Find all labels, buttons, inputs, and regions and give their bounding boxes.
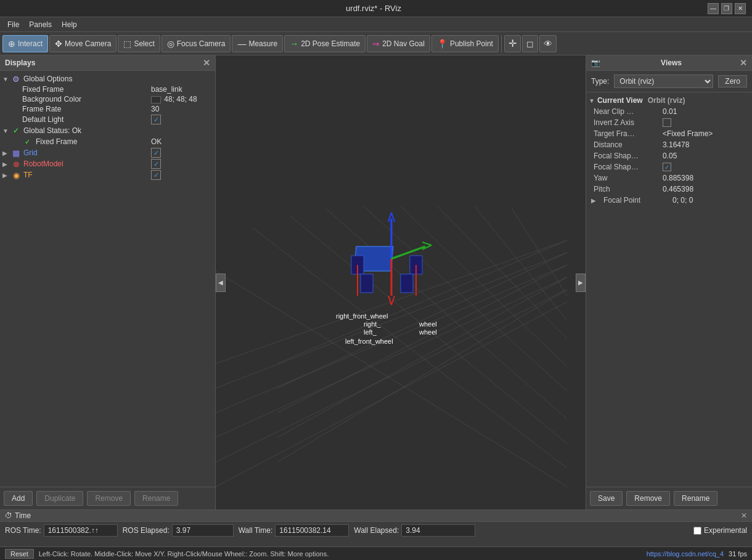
focal-point-row[interactable]: ▶ Focal Point 0; 0; 0 [586, 195, 752, 206]
focus-camera-button[interactable]: ◎ Focus Camera [161, 35, 231, 52]
frame-rate-value[interactable]: 30 [151, 105, 213, 113]
target-frame-row[interactable]: Target Fra… <Fixed Frame> [586, 128, 752, 139]
menu-file[interactable]: File [2, 19, 24, 30]
interact-button[interactable]: ⊕ Interact [2, 35, 48, 52]
global-status-fixed-frame[interactable]: ✓ Fixed Frame OK [0, 136, 215, 147]
pitch-row[interactable]: Pitch 0.465398 [586, 184, 752, 195]
restore-button[interactable]: ❐ [721, 3, 732, 14]
menu-help[interactable]: Help [57, 19, 82, 30]
focal-point-expand: ▶ [591, 197, 596, 204]
views-buttons: Save Remove Rename [586, 487, 752, 509]
measure-button[interactable]: — Measure [232, 35, 283, 52]
yaw-val[interactable]: 0.885398 [663, 174, 693, 182]
collapse-right-button[interactable]: ▶ [576, 274, 586, 292]
global-status-header[interactable]: ▼ ✓ Global Status: Ok [0, 125, 215, 136]
extra-button-2[interactable]: ◻ [522, 35, 538, 52]
fixed-frame-row[interactable]: Fixed Frame base_link [0, 84, 215, 94]
select-button[interactable]: ⬚ Select [118, 35, 160, 52]
add-button[interactable]: Add [4, 491, 33, 506]
2d-pose-button[interactable]: → 2D Pose Estimate [284, 35, 366, 52]
near-clip-val[interactable]: 0.01 [663, 107, 677, 116]
fixed-frame-value[interactable]: base_link [151, 85, 213, 94]
global-options-header[interactable]: ▼ ⚙ Global Options [0, 73, 215, 84]
menu-panels[interactable]: Panels [24, 19, 57, 30]
invert-z-checkbox[interactable] [663, 118, 671, 127]
grid-expand: ▶ [2, 150, 11, 156]
focal-shape1-key: Focal Shap… [589, 152, 663, 160]
extra-button-1[interactable]: ✛ [504, 35, 521, 52]
focal-shape1-val[interactable]: 0.05 [663, 152, 677, 160]
focal-shape1-row[interactable]: Focal Shap… 0.05 [586, 150, 752, 161]
viewport[interactable]: right_ left_ wheel wheel right_front_whe… [216, 55, 586, 509]
near-clip-row[interactable]: Near Clip … 0.01 [586, 106, 752, 117]
bg-color-value[interactable]: 48; 48; 48 [151, 95, 213, 103]
default-light-value [151, 115, 213, 124]
current-view-expand: ▼ [589, 97, 595, 104]
views-rename-button[interactable]: Rename [674, 491, 717, 506]
views-title-icon: 📷 [591, 59, 600, 67]
status-hint: Left-Click: Rotate. Middle-Click: Move X… [39, 550, 642, 558]
tf-checkbox[interactable] [151, 170, 161, 180]
2d-nav-button[interactable]: ⇒ 2D Nav Goal [367, 35, 430, 52]
focal-shape2-row[interactable]: Focal Shap… [586, 161, 752, 172]
experimental-checkbox[interactable] [693, 527, 701, 535]
default-light-checkbox[interactable] [151, 115, 161, 124]
views-remove-button[interactable]: Remove [626, 491, 670, 506]
robotmodel-row[interactable]: ▶ ⊗ RobotModel [0, 158, 215, 169]
svg-text:right_front_wheel: right_front_wheel [336, 312, 388, 320]
displays-buttons: Add Duplicate Remove Rename [0, 487, 215, 509]
status-link[interactable]: https://blog.csdn.net/cq_4 [647, 550, 724, 558]
robotmodel-expand: ▶ [2, 161, 11, 168]
views-type-select[interactable]: Orbit (rviz) [614, 75, 713, 88]
wall-elapsed-field: Wall Elapsed: [354, 524, 475, 537]
displays-empty-space [0, 282, 215, 487]
tf-expand: ▶ [2, 172, 11, 179]
views-zero-button[interactable]: Zero [718, 75, 747, 87]
move-camera-button[interactable]: ✥ Move Camera [49, 35, 116, 52]
views-save-button[interactable]: Save [590, 491, 623, 506]
yaw-row[interactable]: Yaw 0.885398 [586, 172, 752, 184]
time-close-button[interactable]: ✕ [741, 511, 747, 520]
default-light-row[interactable]: Default Light [0, 114, 215, 125]
grid-label: Grid [23, 148, 149, 157]
reset-button[interactable]: Reset [5, 549, 34, 559]
minimize-button[interactable]: — [708, 3, 719, 14]
ros-elapsed-input[interactable] [172, 524, 234, 537]
displays-close-button[interactable]: ✕ [203, 58, 210, 68]
remove-button[interactable]: Remove [87, 491, 131, 506]
grid-row[interactable]: ▶ ▦ Grid [0, 147, 215, 158]
interact-icon: ⊕ [8, 39, 15, 49]
views-close-button[interactable]: ✕ [740, 58, 747, 68]
collapse-left-button[interactable]: ◀ [216, 274, 226, 292]
experimental-field: Experimental [693, 526, 747, 535]
wall-elapsed-input[interactable] [401, 524, 475, 537]
wall-elapsed-label: Wall Elapsed: [354, 526, 399, 535]
robotmodel-checkbox[interactable] [151, 159, 161, 169]
wall-time-label: Wall Time: [239, 526, 273, 535]
focal-point-val: 0; 0; 0 [672, 196, 693, 205]
ros-time-input[interactable] [44, 524, 118, 537]
bg-color-row[interactable]: Background Color 48; 48; 48 [0, 94, 215, 104]
distance-row[interactable]: Distance 3.16478 [586, 139, 752, 150]
extra-button-3[interactable]: 👁 [539, 35, 557, 52]
pitch-val[interactable]: 0.465398 [663, 185, 693, 193]
duplicate-button[interactable]: Duplicate [36, 491, 83, 506]
focal-shape2-checkbox[interactable] [663, 163, 671, 171]
frame-rate-label: Frame Rate [22, 105, 149, 113]
target-frame-val[interactable]: <Fixed Frame> [663, 129, 713, 138]
grid-checkbox[interactable] [151, 148, 161, 158]
distance-val[interactable]: 3.16478 [663, 140, 689, 149]
frame-rate-row[interactable]: Frame Rate 30 [0, 104, 215, 114]
current-view-type: Orbit (rviz) [648, 96, 685, 105]
publish-button[interactable]: 📍 Publish Point [431, 35, 499, 52]
invert-z-row[interactable]: Invert Z Axis [586, 117, 752, 128]
bg-color-swatch[interactable] [151, 96, 161, 103]
rename-button[interactable]: Rename [134, 491, 178, 506]
svg-text:left_front_wheel: left_front_wheel [345, 338, 393, 345]
close-button[interactable]: ✕ [735, 3, 746, 14]
tf-row[interactable]: ▶ ◉ TF [0, 169, 215, 181]
current-view-header[interactable]: ▼ Current View Orbit (rviz) [586, 95, 752, 106]
global-status-label: Global Status: Ok [23, 126, 213, 135]
wall-time-input[interactable] [275, 524, 349, 537]
invert-z-key: Invert Z Axis [589, 118, 663, 127]
